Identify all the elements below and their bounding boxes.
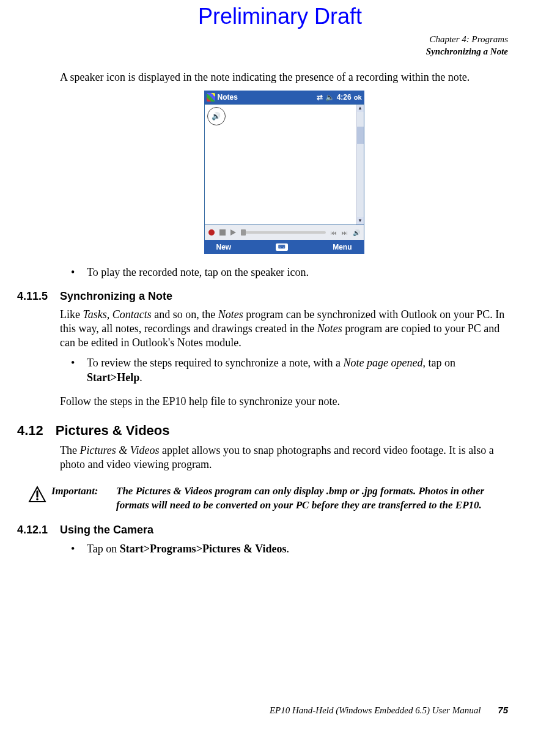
pda-scrollbar[interactable]: ▲ ▼ <box>356 105 364 225</box>
bullet-play-text: To play the recorded note, tap on the sp… <box>87 265 309 280</box>
pda-ok-button[interactable]: ok <box>354 94 362 101</box>
heading-4-12: 4.12 Pictures & Videos <box>17 423 508 439</box>
pda-titlebar: Notes ⇄ 🔈 4:26 ok <box>204 91 364 104</box>
footer-manual-title: EP10 Hand-Held (Windows Embedded 6.5) Us… <box>270 705 481 716</box>
bullet-marker: • <box>71 265 87 280</box>
text-fragment: Like <box>60 308 83 321</box>
bullet-tap-start: • Tap on Start>Programs>Pictures & Video… <box>71 541 508 556</box>
text-fragment: and so on, the <box>152 308 218 321</box>
pda-note-canvas: 🔊 ▲ ▼ <box>204 104 364 225</box>
bullet-marker: • <box>71 541 87 556</box>
record-icon[interactable] <box>208 229 215 236</box>
pda-app-title: Notes <box>218 93 238 102</box>
heading-4-12-1: 4.12.1 Using the Camera <box>17 524 508 537</box>
intro-paragraph: A speaker icon is displayed in the note … <box>60 70 508 84</box>
text-fragment: Start>Help <box>87 371 139 384</box>
bullet-content: To review the steps required to synchron… <box>87 355 508 385</box>
text-fragment: The <box>60 444 79 456</box>
footer-page-number: 75 <box>498 705 508 715</box>
text-fragment: . <box>139 371 142 384</box>
scroll-thumb[interactable] <box>357 127 364 144</box>
windows-flag-icon <box>207 93 215 102</box>
text-fragment: Tasks, Contacts <box>83 308 152 321</box>
pda-screenshot: Notes ⇄ 🔈 4:26 ok 🔊 ▲ ▼ <box>60 91 508 254</box>
watermark-text: Preliminary Draft <box>198 4 362 29</box>
speaker-titlebar-icon: 🔈 <box>325 93 334 102</box>
bullet-play-recorded: • To play the recorded note, tap on the … <box>71 265 508 280</box>
volume-icon[interactable]: 🔊 <box>353 229 360 236</box>
important-text: The Pictures & Videos program can only d… <box>116 485 508 513</box>
text-fragment: To review the steps required to synchron… <box>87 357 344 369</box>
text-fragment: Start>Programs>Pictures & Videos <box>120 543 287 555</box>
keyboard-icon[interactable]: ⌨ <box>276 243 288 251</box>
text-fragment: Pictures & Videos <box>79 444 159 456</box>
sync-paragraph: Like Tasks, Contacts and so on, the Note… <box>60 308 508 351</box>
follow-steps-text: Follow the steps in the EP10 help file t… <box>60 395 508 409</box>
pda-bottombar: New ⌨ Menu <box>204 240 364 254</box>
text-fragment: , tap on <box>423 357 456 369</box>
heading-title: Using the Camera <box>60 524 153 537</box>
heading-4-11-5: 4.11.5 Synchronizing a Note <box>17 290 508 303</box>
text-fragment: Notes <box>317 322 342 335</box>
text-fragment: Notes <box>218 308 243 321</box>
important-label: Important: <box>51 485 116 513</box>
bullet-content: Tap on Start>Programs>Pictures & Videos. <box>87 541 289 556</box>
header-section: Synchronizing a Note <box>426 46 508 58</box>
text-fragment: Tap on <box>87 543 120 555</box>
svg-point-2 <box>36 498 39 500</box>
bullet-review-steps: • To review the steps required to synchr… <box>71 355 508 385</box>
stop-icon[interactable] <box>219 229 226 236</box>
heading-title: Pictures & Videos <box>56 423 170 439</box>
play-icon[interactable] <box>230 229 236 236</box>
heading-title: Synchronizing a Note <box>60 290 172 303</box>
pda-time: 4:26 <box>337 93 352 102</box>
heading-number: 4.12 <box>17 423 43 439</box>
speaker-callout-circle: 🔊 <box>207 107 226 125</box>
scroll-down-icon[interactable]: ▼ <box>357 217 364 225</box>
speaker-icon[interactable]: 🔊 <box>212 112 221 121</box>
important-note: Important: The Pictures & Videos program… <box>23 485 508 513</box>
page-header: Chapter 4: Programs Synchronizing a Note <box>426 34 508 58</box>
text-fragment: . <box>287 543 290 555</box>
header-chapter: Chapter 4: Programs <box>426 34 508 46</box>
page-footer: EP10 Hand-Held (Windows Embedded 6.5) Us… <box>270 705 508 716</box>
heading-number: 4.11.5 <box>17 290 48 303</box>
warning-icon <box>23 485 51 513</box>
pictures-videos-paragraph: The Pictures & Videos applet allows you … <box>60 444 508 472</box>
pda-recording-toolbar: ⏮ ⏭ 🔊 <box>204 225 364 240</box>
text-fragment: Note page opened <box>344 357 423 369</box>
heading-number: 4.12.1 <box>17 524 48 537</box>
bullet-marker: • <box>71 355 87 385</box>
skip-forward-icon[interactable]: ⏭ <box>342 229 348 236</box>
playback-slider[interactable] <box>241 231 326 234</box>
scroll-up-icon[interactable]: ▲ <box>357 105 364 112</box>
pda-menu-button[interactable]: Menu <box>333 243 352 251</box>
connectivity-icon: ⇄ <box>317 93 323 102</box>
skip-back-icon[interactable]: ⏮ <box>331 229 337 236</box>
pda-new-button[interactable]: New <box>216 243 232 251</box>
